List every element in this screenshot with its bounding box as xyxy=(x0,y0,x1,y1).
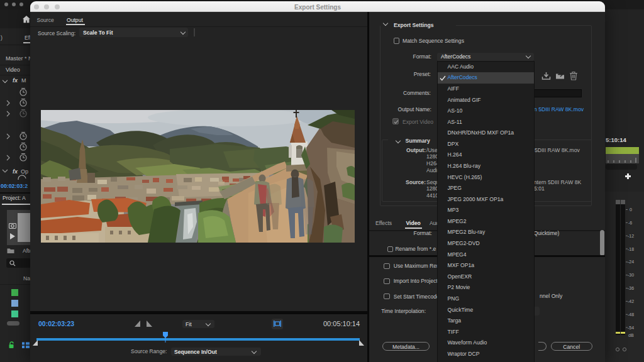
svg-text:-12: -12 xyxy=(628,234,634,238)
svg-text:-24: -24 xyxy=(628,260,634,264)
svg-text:-48: -48 xyxy=(628,312,634,317)
svg-text:-30: -30 xyxy=(628,273,634,277)
svg-text:Op: Op xyxy=(21,168,28,175)
svg-text:-42: -42 xyxy=(628,299,634,304)
svg-text:-6: -6 xyxy=(628,221,632,225)
svg-text:0: 0 xyxy=(630,207,632,212)
svg-text:dB: dB xyxy=(628,333,634,337)
svg-text:-18: -18 xyxy=(628,247,634,251)
svg-text:fx: fx xyxy=(13,168,18,175)
svg-text:-36: -36 xyxy=(628,286,634,290)
svg-text:-54: -54 xyxy=(628,326,634,330)
